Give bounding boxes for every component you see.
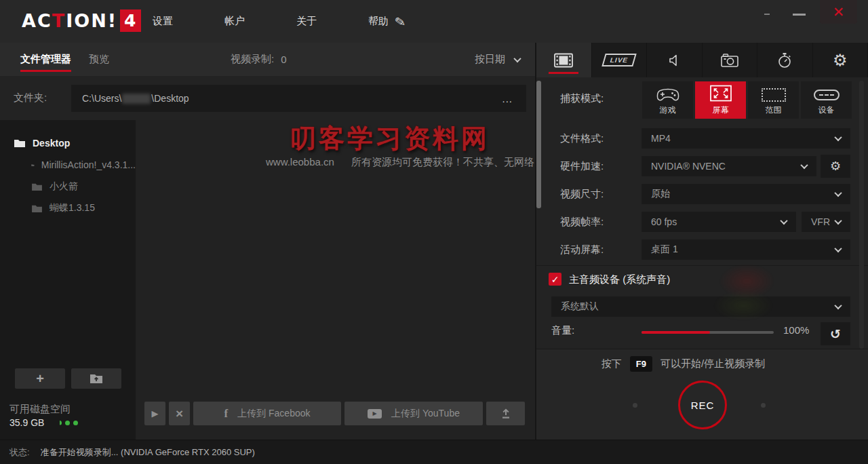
framerate-select[interactable]: 60 fps xyxy=(642,212,796,232)
volume-reset-button[interactable]: ↺ xyxy=(821,322,850,345)
open-folder-button[interactable] xyxy=(71,368,121,389)
video-size-select[interactable]: 原始 xyxy=(642,184,850,204)
active-screen-select[interactable]: 桌面 1 xyxy=(642,239,850,260)
play-button[interactable]: ▶ xyxy=(144,402,165,425)
video-size-value: 原始 xyxy=(651,188,670,200)
capture-mode-label: 捕获模式: xyxy=(560,77,604,120)
menu-settings[interactable]: 设置 xyxy=(146,11,180,32)
folder-tree: Desktop MirillisAction!_v4.3.1... 小火箭 蝴蝶… xyxy=(0,120,136,440)
status-label: 状态: xyxy=(9,446,30,459)
scrollbar-track[interactable] xyxy=(859,81,864,349)
minimize-to-tray-button[interactable] xyxy=(764,14,770,15)
primary-audio-label: 主音频设备 (系统声音) xyxy=(569,273,670,286)
recordings-list-area: 叨客学习资料网 www.leobba.cn 所有资源均可免费获得！不共享、无网络… xyxy=(136,120,535,440)
audio-device-value: 系统默认 xyxy=(561,301,599,313)
export-upload-button[interactable] xyxy=(486,402,525,425)
mode-screen-button[interactable]: 屏幕 xyxy=(695,81,746,119)
delete-button[interactable]: × xyxy=(169,402,190,425)
play-icon: ▶ xyxy=(152,408,159,419)
recordings-counter: 视频录制: 0 xyxy=(231,43,287,76)
recordings-toolbar: ▶ × f 上传到 Facebook ▶ 上传到 YouTube xyxy=(144,402,525,425)
menu-about[interactable]: 关于 xyxy=(290,11,323,32)
minimize-button[interactable] xyxy=(793,14,806,16)
volume-label: 音量: xyxy=(551,324,574,337)
hw-accel-settings-button[interactable]: ⚙ xyxy=(821,155,850,178)
reset-icon: ↺ xyxy=(830,326,841,342)
hw-accel-label: 硬件加速: xyxy=(560,156,604,176)
top-menu: 设置 帐户 关于 帮助 xyxy=(146,0,395,43)
hw-accel-select[interactable]: NVIDIA® NVENC xyxy=(642,156,816,176)
vfr-value: VFR xyxy=(811,216,830,227)
vfr-select[interactable]: VFR xyxy=(802,212,850,232)
tree-item-mirillis[interactable]: MirillisAction!_v4.3.1... xyxy=(0,155,136,175)
file-manager-panel: 文件管理器 预览 视频录制: 0 按日期 文件夹: C:\Users\ xyxy=(0,43,535,440)
logo-version-badge: 4 xyxy=(120,9,141,32)
mode-game-button[interactable]: 游戏 xyxy=(642,81,693,119)
framerate-value: 60 fps xyxy=(651,216,677,227)
add-folder-button[interactable]: + xyxy=(15,368,65,389)
tab-settings[interactable]: ⚙ xyxy=(813,43,868,77)
file-manager-header: 文件管理器 预览 视频录制: 0 按日期 xyxy=(0,43,535,76)
screen-expand-icon xyxy=(706,83,736,104)
chevron-down-icon xyxy=(834,134,842,141)
row-video-size: 视频尺寸: 原始 xyxy=(536,184,868,204)
upload-facebook-button[interactable]: f 上传到 Facebook xyxy=(193,402,341,425)
tree-item-xiaohuojian[interactable]: 小火箭 xyxy=(0,176,136,197)
tab-screenshot[interactable] xyxy=(703,43,758,77)
tree-item-label: MirillisAction!_v4.3.1... xyxy=(41,159,136,170)
logo-accent-letter: T xyxy=(52,10,66,31)
mode-device-button[interactable]: 设备 xyxy=(801,81,852,119)
upload-facebook-label: 上传到 Facebook xyxy=(237,408,310,420)
close-button[interactable]: ✕ xyxy=(820,0,857,24)
status-text: 准备开始视频录制... (NVIDIA GeForce RTX 2060 SUP… xyxy=(41,446,255,459)
hotkey-suffix: 可以开始/停止视频录制 xyxy=(660,357,765,370)
delete-icon: × xyxy=(176,406,183,421)
folder-icon xyxy=(31,204,43,213)
rec-button[interactable]: REC xyxy=(678,381,727,429)
disk-space-value: 35.9 GB xyxy=(9,417,44,428)
hotkey-prefix: 按下 xyxy=(601,357,622,370)
chevron-down-icon xyxy=(513,54,521,62)
tab-audio-recording[interactable] xyxy=(647,43,703,77)
main-area: 文件管理器 预览 视频录制: 0 按日期 文件夹: C:\Users\ xyxy=(0,43,868,440)
upload-youtube-button[interactable]: ▶ 上传到 YouTube xyxy=(344,402,483,425)
status-bar: 状态: 准备开始视频录制... (NVIDIA GeForce RTX 2060… xyxy=(0,440,868,464)
folder-icon xyxy=(31,182,43,191)
tab-file-manager[interactable]: 文件管理器 xyxy=(20,43,71,76)
framerate-label: 视频帧率: xyxy=(560,212,604,232)
folder-path-value: C:\Users\ \Desktop xyxy=(82,93,189,104)
device-icon xyxy=(814,90,840,100)
app-logo: ACTION! 4 xyxy=(22,9,141,32)
sort-dropdown[interactable]: 按日期 xyxy=(475,43,520,76)
file-format-select[interactable]: MP4 xyxy=(642,128,850,149)
mode-region-label: 范围 xyxy=(766,104,782,116)
tree-item-hudie[interactable]: 蝴蝶1.3.15 xyxy=(0,198,136,218)
tab-video-recording[interactable] xyxy=(536,43,592,77)
tab-benchmark[interactable] xyxy=(757,43,813,77)
mode-region-button[interactable]: 范围 xyxy=(748,81,799,119)
scrollbar-thumb[interactable] xyxy=(536,81,541,208)
folder-path-field[interactable]: C:\Users\ \Desktop ... xyxy=(71,85,526,112)
volume-slider[interactable] xyxy=(642,331,774,334)
tab-preview[interactable]: 预览 xyxy=(89,43,109,76)
film-icon xyxy=(554,53,573,68)
tree-item-desktop[interactable]: Desktop xyxy=(0,133,136,153)
chevron-down-icon xyxy=(780,217,787,225)
pen-tool-icon[interactable]: ✎ xyxy=(388,9,412,34)
close-icon: ✕ xyxy=(833,4,845,20)
mode-device-label: 设备 xyxy=(818,104,835,116)
gamepad-icon xyxy=(654,86,682,104)
row-active-screen: 活动屏幕: 桌面 1 xyxy=(536,239,868,260)
disk-space-label: 可用磁盘空间 xyxy=(9,403,71,416)
mode-game-label: 游戏 xyxy=(660,104,676,116)
recordings-count: 0 xyxy=(281,54,286,65)
tab-live-streaming[interactable]: LIVE xyxy=(592,43,648,77)
logo-prefix: AC xyxy=(22,10,52,31)
capture-tabs: LIVE xyxy=(536,43,868,77)
primary-audio-checkbox[interactable]: ✓ xyxy=(549,273,561,286)
audio-device-select[interactable]: 系统默认 xyxy=(551,296,850,317)
browse-folder-button[interactable]: ... xyxy=(499,92,515,106)
menu-account[interactable]: 帐户 xyxy=(218,11,252,32)
plus-icon: + xyxy=(36,372,44,385)
live-icon: LIVE xyxy=(601,54,637,66)
